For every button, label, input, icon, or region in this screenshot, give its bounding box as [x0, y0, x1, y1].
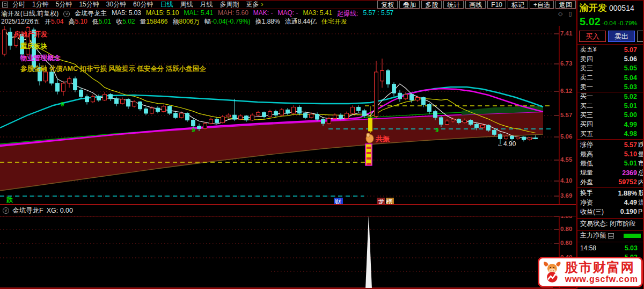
info-row-净资[interactable]: 净资4.49流 — [577, 198, 644, 207]
ma-value: 5.57 : 5.57 — [363, 10, 394, 18]
logo-url[interactable]: www.gscfw.com — [565, 274, 638, 284]
divider — [577, 242, 644, 242]
ohlc-value: 8006万 — [179, 18, 200, 25]
y-axis-label: 3.69 — [560, 192, 574, 199]
tick-row[interactable]: 14:585.03 — [577, 243, 644, 252]
divider — [577, 187, 644, 188]
chevron-circle-icon[interactable]: ˅ — [63, 11, 70, 17]
period-tab-周线[interactable]: 周线 — [180, 0, 193, 9]
period-tab-15分钟[interactable]: 15分钟 — [79, 0, 99, 9]
toolbar-button-统计[interactable]: 统计 — [443, 1, 464, 9]
y-axis-label: 5.57 — [560, 112, 574, 118]
sub-indicator-header: ˅ 金坑寻龙F XG: 0.00 — [0, 204, 576, 216]
main-indicator-name[interactable]: 金坑寻龙主 — [75, 10, 107, 18]
row-value: 4.49 — [624, 199, 637, 206]
row-value: 5.01 — [624, 160, 637, 167]
row-value: 5.03 — [624, 83, 637, 91]
period-tab-30分钟[interactable]: 30分钟 — [106, 0, 126, 9]
toolbar-button-+自选[interactable]: +自选 — [530, 1, 554, 9]
top-border — [0, 0, 644, 1]
row-value: 5.02 — [624, 93, 637, 100]
ohlc-segment: 住宅开发 — [321, 18, 347, 26]
toolbar-button-返回[interactable]: 返回 — [555, 1, 576, 9]
row-label: 买五 — [580, 129, 593, 139]
buy-button[interactable]: 买入 — [579, 31, 606, 42]
info-row-外盘[interactable]: 外盘59752内 — [577, 178, 644, 187]
period-tabs: 分时1分钟5分钟15分钟30分钟60分钟日线周线月线多周期更多 — [12, 0, 266, 9]
book-row-卖三[interactable]: 卖三5.05 — [577, 64, 644, 73]
period-tab-日线[interactable]: 日线 — [160, 0, 173, 9]
info-row-现量[interactable]: 现量2369总 — [577, 168, 644, 177]
row-label: 卖三 — [580, 64, 593, 73]
ohlc-values: 开5.04高5.10低5.01收5.02量158466额8006万幅-0.04(… — [45, 18, 347, 26]
row-label: 最低 — [580, 159, 593, 168]
ohlc-label: 高 — [68, 18, 75, 25]
toolbar-button-多股[interactable]: 多股 — [421, 1, 442, 9]
info-row-收益(三)[interactable]: 收益(三)0.190P — [577, 207, 644, 216]
toolbar-button-复权[interactable]: 复权 — [377, 1, 398, 9]
book-row-买二[interactable]: 买二5.01 — [577, 101, 644, 110]
main-net-label: 主力净额 — [580, 231, 606, 240]
book-row-买四[interactable]: 买四4.99 — [577, 120, 644, 129]
period-tab-分时[interactable]: 分时 — [12, 0, 25, 9]
period-tab-1分钟[interactable]: 1分钟 — [32, 0, 49, 9]
ma-value: MA15: 5.10 — [146, 10, 179, 18]
period-tab-5分钟[interactable]: 5分钟 — [56, 0, 72, 9]
nine-mark: 9 — [192, 127, 195, 133]
y-axis-label: 6.73 — [560, 60, 574, 67]
ohlc-value: 1.88% — [262, 18, 280, 25]
ohlc-segment: 开5.04 — [45, 18, 63, 26]
ohlc-value: -0.04(-0.79%) — [211, 18, 250, 25]
book-row-卖四[interactable]: 卖四5.06 — [577, 54, 644, 63]
book-row-买三[interactable]: 买三5.00 — [577, 111, 644, 120]
price-row: 5.02-0.04-0.79% — [580, 16, 638, 28]
row-label: 外盘 — [580, 178, 593, 187]
book-row-卖五[interactable]: 卖五¥5.07 — [577, 45, 644, 54]
ohlc-label: 开 — [45, 18, 51, 25]
main-net-row[interactable]: 主力净额 — [577, 231, 644, 240]
row-label: 换手 — [580, 189, 593, 198]
row-value: 5.57 — [624, 141, 637, 149]
tick-price: 5.03 — [625, 244, 638, 252]
y-axis-label: 6.12 — [560, 88, 574, 94]
row-value: 5.00 — [624, 111, 637, 119]
toolbar-button-标记[interactable]: 标记 — [508, 1, 528, 9]
info-row-最低[interactable]: 最低5.01市 — [577, 159, 644, 168]
period-tab-更多[interactable]: 更多 — [246, 0, 259, 9]
ohlc-label: 换 — [255, 18, 262, 25]
period-tab-多周期[interactable]: 多周期 — [219, 0, 239, 9]
toolbar-button-F10[interactable]: F10 — [487, 1, 506, 9]
info-row-最高[interactable]: 最高5.10量 — [577, 149, 644, 158]
trade-status-value: 闭市阶段 — [610, 219, 635, 228]
row-value: 5.06 — [624, 55, 637, 63]
ma-value: MAH: 5.60 — [218, 10, 248, 18]
list-icon[interactable] — [608, 233, 614, 239]
ma-value: MA3: 5.41 — [303, 10, 332, 18]
row-label: 卖四 — [580, 55, 593, 64]
book-row-买一[interactable]: 买一5.02 — [577, 92, 644, 101]
ohlc-segment: 高5.10 — [68, 18, 87, 26]
book-row-卖一[interactable]: 卖一5.03 — [577, 83, 644, 92]
divider — [577, 44, 644, 45]
annotation-sector-2: 重庆板块 — [20, 42, 47, 51]
info-row-涨停[interactable]: 涨停5.57跌 — [577, 140, 644, 149]
row-value: 5.05 — [624, 64, 637, 72]
period-tab-60分钟[interactable]: 60分钟 — [133, 0, 153, 9]
trade-status-label: 交易状态: — [580, 219, 608, 228]
toolbar-button-画线[interactable]: 画线 — [465, 1, 486, 9]
window-icon[interactable] — [2, 2, 8, 8]
period-tab-月线[interactable]: 月线 — [200, 0, 213, 9]
info-row-换手[interactable]: 换手1.88%股 — [577, 189, 644, 198]
stock-name-row: 渝开发000514 — [580, 2, 634, 14]
book-row-买五[interactable]: 买五4.98 — [577, 129, 644, 139]
chevron-circle-icon[interactable]: ˅ — [3, 207, 9, 214]
sell-button[interactable]: 卖出 — [608, 31, 635, 42]
toolbar-button-叠加[interactable]: 叠加 — [399, 1, 420, 9]
ma-value: MAK: - — [253, 10, 273, 18]
header-mini-icons[interactable]: ◇ ▯ — [558, 10, 574, 17]
last-price: 5.02 — [580, 16, 601, 27]
down-label: 跌 — [6, 196, 13, 205]
book-row-卖二[interactable]: 卖二5.04 — [577, 73, 644, 82]
row-value: 2369 — [622, 169, 637, 177]
sub-indicator-name[interactable]: 金坑寻龙F — [12, 206, 43, 215]
